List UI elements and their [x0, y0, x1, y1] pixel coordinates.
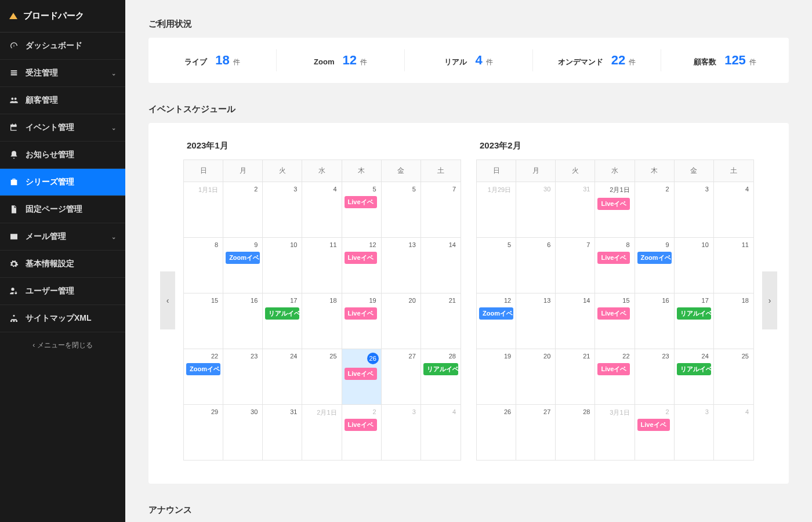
calendar-cell[interactable]: 11 — [714, 237, 753, 293]
event-live[interactable]: Liveイベ — [597, 252, 630, 264]
sidebar-item-10[interactable]: サイトマップXML — [0, 305, 125, 332]
calendar-cell[interactable]: 2月1日Liveイベ — [595, 182, 635, 237]
calendar-cell[interactable]: 19Liveイベ — [342, 293, 382, 349]
calendar-cell[interactable]: 16 — [635, 293, 675, 349]
calendar-cell[interactable]: 3月1日 — [595, 404, 635, 460]
event-zoom[interactable]: Zoomイベ — [479, 307, 513, 320]
calendar-cell[interactable]: 15 — [184, 293, 223, 349]
sidebar-item-4[interactable]: お知らせ管理 — [0, 142, 125, 169]
calendar-cell[interactable]: 18 — [714, 293, 753, 349]
calendar-cell[interactable]: 22Liveイベ — [595, 349, 635, 404]
sidebar-item-8[interactable]: 基本情報設定 — [0, 251, 125, 278]
calendar-cell[interactable]: 13 — [382, 237, 421, 293]
calendar-cell[interactable]: 3 — [263, 182, 302, 237]
calendar-cell[interactable]: 20 — [516, 349, 556, 404]
calendar-cell[interactable]: 23 — [223, 349, 263, 404]
calendar-cell[interactable]: 10 — [675, 237, 714, 293]
calendar-cell[interactable]: 5 — [477, 237, 516, 293]
menu-close[interactable]: メニューを閉じる — [0, 332, 125, 358]
calendar-cell[interactable]: 26 — [477, 404, 516, 460]
calendar-cell[interactable]: 5Liveイベ — [342, 182, 382, 237]
event-live[interactable]: Liveイベ — [597, 307, 630, 320]
event-real[interactable]: リアルイベ — [677, 363, 711, 375]
calendar-cell[interactable]: 7 — [421, 182, 461, 237]
calendar-cell[interactable]: 2Liveイベ — [635, 404, 675, 460]
event-live[interactable]: Liveイベ — [345, 368, 377, 380]
calendar-cell[interactable]: 15Liveイベ — [595, 293, 635, 349]
calendar-cell[interactable]: 9Zoomイベ — [635, 237, 675, 293]
calendar-cell[interactable]: 16 — [223, 293, 263, 349]
event-live[interactable]: Liveイベ — [345, 196, 377, 208]
calendar-cell[interactable]: 29 — [184, 404, 223, 460]
calendar-cell[interactable]: 2 — [223, 182, 263, 237]
calendar-cell[interactable]: 26Liveイベ — [342, 349, 382, 404]
sidebar-item-9[interactable]: ユーザー管理 — [0, 278, 125, 305]
calendar-cell[interactable]: 3 — [675, 404, 714, 460]
calendar-cell[interactable]: 2月1日 — [302, 404, 342, 460]
event-live[interactable]: Liveイベ — [597, 363, 630, 375]
sidebar-item-0[interactable]: ダッシュボード — [0, 32, 125, 60]
event-real[interactable]: リアルイベ — [423, 363, 458, 375]
calendar-cell[interactable]: 2 — [635, 182, 675, 237]
calendar-prev-button[interactable]: ‹ — [160, 271, 175, 329]
event-zoom[interactable]: Zoomイベ — [637, 252, 672, 264]
calendar-cell[interactable]: 9Zoomイベ — [223, 237, 263, 293]
sidebar-item-7[interactable]: メール管理⌄ — [0, 223, 125, 251]
calendar-cell[interactable]: 3 — [382, 404, 421, 460]
calendar-cell[interactable]: 13 — [516, 293, 556, 349]
event-live[interactable]: Liveイベ — [345, 252, 377, 264]
calendar-cell[interactable]: 4 — [302, 182, 342, 237]
calendar-next-button[interactable]: › — [762, 271, 777, 329]
calendar-cell[interactable]: 28リアルイベ — [421, 349, 461, 404]
calendar-cell[interactable]: 19 — [477, 349, 516, 404]
calendar-cell[interactable]: 1月29日 — [477, 182, 516, 237]
calendar-cell[interactable]: 21 — [556, 349, 595, 404]
event-live[interactable]: Liveイベ — [345, 307, 377, 320]
calendar-cell[interactable]: 14 — [556, 293, 595, 349]
calendar-cell[interactable]: 22Zoomイベ — [184, 349, 223, 404]
calendar-cell[interactable]: 4 — [421, 404, 461, 460]
calendar-cell[interactable]: 8Liveイベ — [595, 237, 635, 293]
calendar-cell[interactable]: 6 — [516, 237, 556, 293]
sidebar-item-5[interactable]: シリーズ管理 — [0, 169, 125, 196]
event-zoom[interactable]: Zoomイベ — [226, 252, 260, 264]
calendar-cell[interactable]: 27 — [382, 349, 421, 404]
calendar-cell[interactable]: 30 — [223, 404, 263, 460]
calendar-cell[interactable]: 8 — [184, 237, 223, 293]
calendar-cell[interactable]: 20 — [382, 293, 421, 349]
event-live[interactable]: Liveイベ — [345, 419, 377, 431]
sidebar-item-3[interactable]: イベント管理⌄ — [0, 114, 125, 142]
calendar-cell[interactable]: 18 — [302, 293, 342, 349]
event-zoom[interactable]: Zoomイベ — [186, 363, 220, 375]
sidebar-item-6[interactable]: 固定ページ管理 — [0, 196, 125, 223]
calendar-cell[interactable]: 17リアルイベ — [263, 293, 302, 349]
calendar-cell[interactable]: 1月1日 — [184, 182, 223, 237]
calendar-cell[interactable]: 14 — [421, 237, 461, 293]
calendar-cell[interactable]: 30 — [516, 182, 556, 237]
calendar-cell[interactable]: 2Liveイベ — [342, 404, 382, 460]
calendar-cell[interactable]: 28 — [556, 404, 595, 460]
calendar-cell[interactable]: 12Zoomイベ — [477, 293, 516, 349]
calendar-cell[interactable]: 25 — [302, 349, 342, 404]
sidebar-item-2[interactable]: 顧客管理 — [0, 87, 125, 114]
calendar-cell[interactable]: 17リアルイベ — [675, 293, 714, 349]
calendar-cell[interactable]: 21 — [421, 293, 461, 349]
calendar-cell[interactable]: 3 — [675, 182, 714, 237]
calendar-cell[interactable]: 31 — [263, 404, 302, 460]
calendar-cell[interactable]: 4 — [714, 404, 753, 460]
event-live[interactable]: Liveイベ — [637, 419, 670, 431]
calendar-cell[interactable]: 24リアルイベ — [675, 349, 714, 404]
calendar-cell[interactable]: 7 — [556, 237, 595, 293]
calendar-cell[interactable]: 24 — [263, 349, 302, 404]
sidebar-item-1[interactable]: 受注管理⌄ — [0, 60, 125, 87]
calendar-cell[interactable]: 10 — [263, 237, 302, 293]
event-real[interactable]: リアルイベ — [265, 307, 299, 320]
calendar-cell[interactable]: 12Liveイベ — [342, 237, 382, 293]
calendar-cell[interactable]: 23 — [635, 349, 675, 404]
calendar-cell[interactable]: 5 — [382, 182, 421, 237]
calendar-cell[interactable]: 25 — [714, 349, 753, 404]
event-live[interactable]: Liveイベ — [597, 198, 630, 210]
event-real[interactable]: リアルイベ — [677, 307, 711, 320]
calendar-cell[interactable]: 4 — [714, 182, 753, 237]
calendar-cell[interactable]: 27 — [516, 404, 556, 460]
